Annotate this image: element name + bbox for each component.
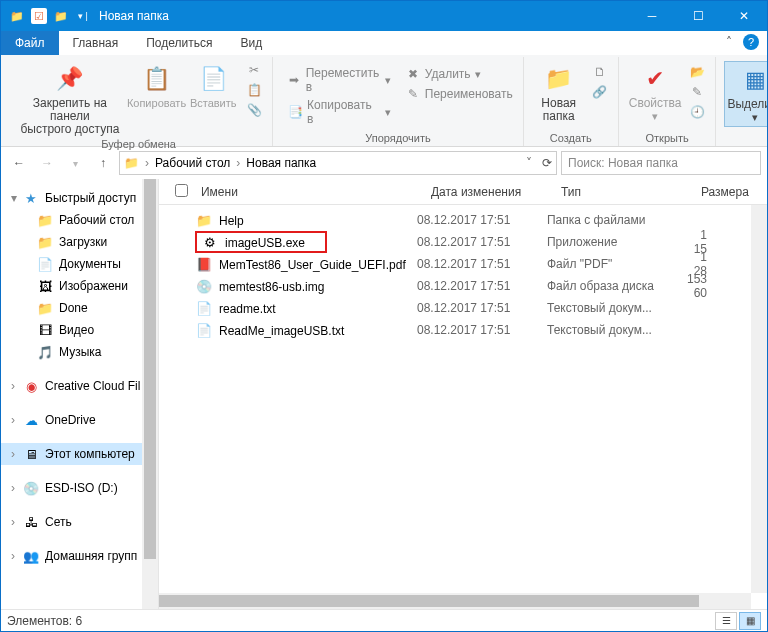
file-icon: 📁 [195,212,213,228]
new-item-button[interactable]: 🗋 [590,63,610,81]
pin-quick-access-button[interactable]: 📌 Закрепить на панелибыстрого доступа [13,61,127,138]
column-header: Имени Дата изменения Тип Размера [159,179,767,205]
file-row[interactable]: ⚙imageUSB.exe08.12.2017 17:51Приложение1… [159,231,767,253]
tab-share[interactable]: Поделиться [132,31,226,55]
tab-file[interactable]: Файл [1,31,59,55]
nav-up-button[interactable]: ↑ [91,151,115,175]
paste-icon: 📄 [197,63,229,95]
address-dropdown-icon[interactable]: ˅ [526,156,532,170]
qat-dropdown-icon[interactable]: ▾ | [75,8,91,24]
history-button[interactable]: 🕘 [687,103,707,121]
copypath-button[interactable]: 📋 [244,81,264,99]
file-v-scrollbar[interactable] [751,205,767,593]
nav-recent-button[interactable]: ▾ [63,151,87,175]
file-icon: 📄 [195,322,213,338]
sidebar-documents[interactable]: 📄Документы [1,253,158,275]
file-icon: 💿 [195,278,213,294]
disc-icon: 💿 [23,480,39,496]
file-pane: Имени Дата изменения Тип Размера 📁Help08… [159,179,767,609]
copy-button[interactable]: 📋 Копировать [127,61,186,112]
paste-shortcut-button[interactable]: 📎 [244,101,264,119]
view-icons-button[interactable]: ▦ [739,612,761,630]
nav-forward-button[interactable]: → [35,151,59,175]
status-text: Элементов: 6 [7,614,82,628]
sidebar-desktop[interactable]: 📁Рабочий стол [1,209,158,231]
tab-view[interactable]: Вид [226,31,276,55]
cc-icon: ◉ [23,378,39,394]
minimize-button[interactable]: ─ [629,1,675,31]
sidebar-creative-cloud[interactable]: ›◉Creative Cloud Fil [1,375,158,397]
col-name[interactable]: Имени [195,185,425,199]
col-type[interactable]: Тип [555,185,695,199]
file-icon: ⚙ [201,234,219,250]
help-icon[interactable]: ? [743,34,759,50]
sidebar-homegroup[interactable]: ›👥Домашняя групп [1,545,158,567]
rename-icon: ✎ [405,86,421,102]
nav-sidebar: ▾★Быстрый доступ 📁Рабочий стол 📁Загрузки… [1,179,159,609]
copyto-button[interactable]: 📑Копировать в ▾ [285,97,393,127]
shortcut-icon: 📎 [246,102,262,118]
qat-checkbox-icon[interactable]: ☑ [31,8,47,24]
moveto-icon: ➡ [287,72,301,88]
organize-group-label: Упорядочить [281,132,515,146]
delete-button[interactable]: ✖Удалить ▾ [403,65,515,83]
close-button[interactable]: ✕ [721,1,767,31]
copyto-icon: 📑 [287,104,303,120]
cut-icon: ✂ [246,62,262,78]
sidebar-music[interactable]: 🎵Музыка [1,341,158,363]
search-input[interactable]: Поиск: Новая папка [561,151,761,175]
sidebar-downloads[interactable]: 📁Загрузки [1,231,158,253]
sidebar-quick-access[interactable]: ▾★Быстрый доступ [1,187,158,209]
col-size[interactable]: Размера [695,185,767,199]
col-date[interactable]: Дата изменения [425,185,555,199]
main-area: ▾★Быстрый доступ 📁Рабочий стол 📁Загрузки… [1,179,767,609]
new-item-icon: 🗋 [592,64,608,80]
file-row[interactable]: 📄readme.txt08.12.2017 17:51Текстовый док… [159,297,767,319]
breadcrumb-folder[interactable]: Новая папка [246,156,316,170]
window-title: Новая папка [99,9,169,23]
file-h-scrollbar[interactable] [159,593,751,609]
breadcrumb-desktop[interactable]: Рабочий стол [155,156,230,170]
new-folder-button[interactable]: 📁 Новаяпапка [532,61,586,125]
moveto-button[interactable]: ➡Переместить в ▾ [285,65,393,95]
select-button[interactable]: ▦ Выделить▾ [724,61,768,127]
file-row[interactable]: 💿memtest86-usb.img08.12.2017 17:51Файл о… [159,275,767,297]
ribbon: 📌 Закрепить на панелибыстрого доступа 📋 … [1,55,767,147]
rename-button[interactable]: ✎Переименовать [403,85,515,103]
file-row[interactable]: 📁Help08.12.2017 17:51Папка с файлами [159,209,767,231]
document-icon: 📄 [37,256,53,272]
delete-icon: ✖ [405,66,421,82]
folder-icon: 📁 [9,8,25,24]
paste-button[interactable]: 📄 Вставить [186,61,240,112]
select-all-checkbox[interactable] [175,184,188,197]
file-icon: 📄 [195,300,213,316]
properties-icon: ✔ [639,63,671,95]
file-row[interactable]: 📄ReadMe_imageUSB.txt08.12.2017 17:51Текс… [159,319,767,341]
sidebar-onedrive[interactable]: ›☁OneDrive [1,409,158,431]
videos-icon: 🎞 [37,322,53,338]
edit-button[interactable]: ✎ [687,83,707,101]
sidebar-videos[interactable]: 🎞Видео [1,319,158,341]
sidebar-scrollbar[interactable] [142,179,158,609]
ribbon-collapse-icon[interactable]: ˄ [721,34,737,50]
sidebar-this-pc[interactable]: ›🖥Этот компьютер [1,443,158,465]
maximize-button[interactable]: ☐ [675,1,721,31]
cut-button[interactable]: ✂ [244,61,264,79]
sidebar-pictures[interactable]: 🖼Изображени [1,275,158,297]
sidebar-done[interactable]: 📁Done [1,297,158,319]
open-button[interactable]: 📂 [687,63,707,81]
sidebar-esd[interactable]: ›💿ESD-ISO (D:) [1,477,158,499]
view-details-button[interactable]: ☰ [715,612,737,630]
tab-home[interactable]: Главная [59,31,133,55]
pc-icon: 🖥 [23,446,39,462]
open-icon: 📂 [689,64,705,80]
path-icon: 📋 [246,82,262,98]
onedrive-icon: ☁ [23,412,39,428]
refresh-button[interactable]: ⟳ [542,156,552,170]
file-row[interactable]: 📕MemTest86_User_Guide_UEFI.pdf08.12.2017… [159,253,767,275]
easy-access-button[interactable]: 🔗 [590,83,610,101]
address-bar[interactable]: 📁 › Рабочий стол › Новая папка ˅ ⟳ [119,151,557,175]
sidebar-network[interactable]: ›🖧Сеть [1,511,158,533]
properties-button[interactable]: ✔ Свойства▾ [627,61,684,125]
nav-back-button[interactable]: ← [7,151,31,175]
